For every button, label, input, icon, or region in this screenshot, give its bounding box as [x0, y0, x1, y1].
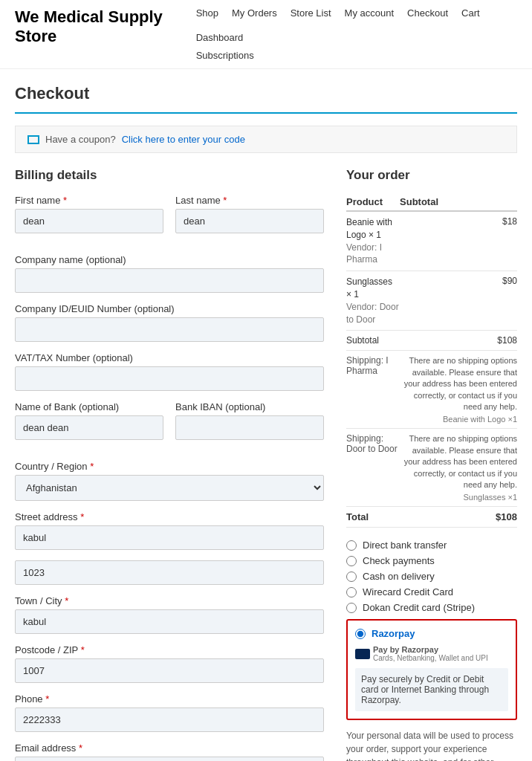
bank-name-input[interactable]: [15, 415, 163, 440]
checkout-layout: Billing details First name * Last name *…: [15, 168, 517, 761]
payment-wirecard: Wirecard Credit Card: [346, 586, 517, 598]
last-name-input[interactable]: [175, 209, 324, 233]
bank-iban-group: Bank IBAN (optional): [175, 401, 324, 440]
shipping-1-note: There are no shipping options available.…: [400, 351, 517, 429]
order-summary-title: Your order: [346, 168, 517, 183]
site-title: We Medical Supply Store: [15, 7, 196, 47]
shipping-row-2: Shipping: Door to Door There are no ship…: [346, 429, 517, 507]
shipping-2-note: There are no shipping options available.…: [400, 429, 517, 507]
company-id-group: Company ID/EUID Number (optional): [15, 303, 324, 342]
company-id-input[interactable]: [15, 317, 324, 342]
nav-my-account[interactable]: My account: [345, 7, 394, 19]
order-column: Your order Product Subtotal Beanie with …: [346, 168, 517, 761]
city-group: Town / City *: [15, 595, 324, 634]
subtotal-label: Subtotal: [346, 331, 400, 351]
coupon-link[interactable]: Click here to enter your code: [122, 134, 245, 145]
shipping-2-label: Shipping: Door to Door: [346, 429, 400, 507]
order-item-2-name: Sunglasses × 1Vendor: Door to Door: [346, 271, 400, 331]
bank-iban-input[interactable]: [175, 415, 324, 440]
order-item-2-subtotal: $90: [400, 271, 517, 331]
postcode-input[interactable]: [15, 658, 324, 683]
bank-name-group: Name of Bank (optional): [15, 401, 163, 440]
email-label: Email address *: [15, 742, 324, 754]
coupon-icon: [27, 135, 39, 144]
company-input[interactable]: [15, 268, 324, 293]
payment-razorpay-radio[interactable]: [355, 629, 366, 639]
vat-label: VAT/TAX Number (optional): [15, 352, 324, 363]
phone-input[interactable]: [15, 707, 324, 732]
subtotal-row: Subtotal $108: [346, 331, 517, 351]
site-header: We Medical Supply Store Shop My Orders S…: [0, 0, 532, 69]
shipping-row-1: Shipping: I Pharma There are no shipping…: [346, 351, 517, 429]
first-name-label: First name *: [15, 195, 163, 206]
street1-input[interactable]: [15, 525, 324, 550]
payment-direct-bank-label: Direct bank transfer: [363, 540, 447, 551]
nav-wrapper: Shop My Orders Store List My account Che…: [196, 7, 517, 61]
payment-wirecard-label: Wirecard Credit Card: [363, 586, 453, 598]
page-title: Checkout: [15, 84, 517, 103]
city-input[interactable]: [15, 609, 324, 634]
name-row: First name * Last name *: [15, 195, 324, 244]
col-product: Product: [346, 193, 400, 211]
street2-group: [15, 560, 324, 585]
postcode-label: Postcode / ZIP *: [15, 644, 324, 655]
vat-input[interactable]: [15, 366, 324, 391]
payment-direct-bank-radio[interactable]: [346, 540, 357, 551]
billing-section-title: Billing details: [15, 168, 324, 183]
order-item-2: Sunglasses × 1Vendor: Door to Door $90: [346, 271, 517, 331]
privacy-text: Your personal data will be used to proce…: [346, 731, 513, 761]
payment-check-radio[interactable]: [346, 556, 357, 566]
vat-group: VAT/TAX Number (optional): [15, 352, 324, 391]
country-label: Country / Region *: [15, 461, 324, 472]
first-name-input[interactable]: [15, 209, 163, 233]
payment-dokan-stripe-radio[interactable]: [346, 603, 357, 613]
nav-dashboard[interactable]: Dashboard: [196, 32, 244, 43]
subtotal-value: $108: [400, 331, 517, 351]
street2-input[interactable]: [15, 560, 324, 585]
street-label: Street address *: [15, 511, 324, 522]
order-item-1-name: Beanie with Logo × 1Vendor: I Pharma: [346, 211, 400, 271]
nav-checkout[interactable]: Checkout: [407, 7, 448, 19]
payment-dokan-stripe: Dokan Credit card (Stripe): [346, 602, 517, 613]
payment-check: Check payments: [346, 555, 517, 566]
coupon-bar: Have a coupon? Click here to enter your …: [15, 126, 517, 153]
last-name-group: Last name *: [175, 195, 324, 233]
razorpay-sub-desc: Cards, Netbanking, Wallet and UPI: [373, 654, 488, 662]
phone-label: Phone *: [15, 693, 324, 705]
last-name-label: Last name *: [175, 195, 324, 206]
email-group: Email address *: [15, 742, 324, 761]
nav-top: Shop My Orders Store List My account Che…: [196, 7, 517, 43]
payment-wirecard-radio[interactable]: [346, 587, 357, 598]
company-group: Company name (optional): [15, 254, 324, 293]
email-input[interactable]: [15, 757, 324, 761]
razorpay-sub-label: Pay by Razorpay: [373, 645, 488, 654]
total-row: Total $108: [346, 507, 517, 528]
city-label: Town / City *: [15, 595, 324, 606]
payment-cod-label: Cash on delivery: [363, 571, 435, 582]
privacy-note: Your personal data will be used to proce…: [346, 729, 517, 761]
nav-shop[interactable]: Shop: [196, 7, 218, 19]
razorpay-header: Razorpay: [355, 628, 508, 639]
nav-my-orders[interactable]: My Orders: [232, 7, 277, 19]
nav-store-list[interactable]: Store List: [291, 7, 331, 19]
razorpay-icon: [355, 649, 370, 659]
razorpay-description: Pay securely by Credit or Debit card or …: [355, 668, 508, 711]
country-select[interactable]: Afghanistan: [15, 475, 324, 501]
nav-subscriptions[interactable]: Subscriptions: [196, 50, 254, 61]
order-item-1: Beanie with Logo × 1Vendor: I Pharma $18: [346, 211, 517, 271]
payment-check-label: Check payments: [363, 555, 435, 566]
nav-cart[interactable]: Cart: [461, 7, 480, 19]
payment-dokan-stripe-label: Dokan Credit card (Stripe): [363, 602, 475, 613]
company-label: Company name (optional): [15, 254, 324, 265]
col-subtotal: Subtotal: [400, 193, 517, 211]
billing-column: Billing details First name * Last name *…: [15, 168, 324, 761]
payment-cod-radio[interactable]: [346, 571, 357, 582]
coupon-text: Have a coupon?: [45, 134, 116, 145]
total-value: $108: [400, 507, 517, 528]
company-id-label: Company ID/EUID Number (optional): [15, 303, 324, 314]
street1-group: Street address *: [15, 511, 324, 550]
page-divider: [15, 112, 517, 114]
order-item-1-subtotal: $18: [400, 211, 517, 271]
nav-sub: Subscriptions: [196, 49, 254, 61]
bank-row: Name of Bank (optional) Bank IBAN (optio…: [15, 401, 324, 450]
